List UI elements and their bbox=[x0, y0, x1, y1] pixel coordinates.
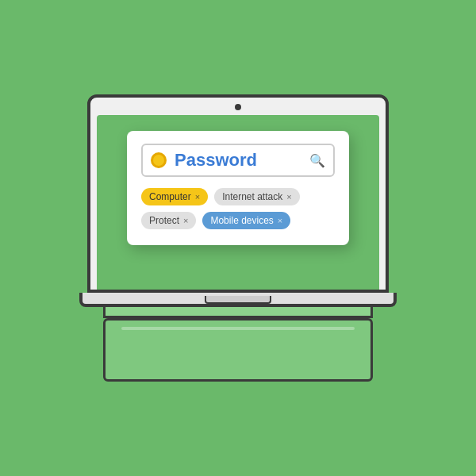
tag-protect-label: Protect bbox=[149, 215, 179, 226]
search-title: Password bbox=[175, 150, 309, 171]
tag-computer[interactable]: Computer × bbox=[141, 188, 208, 205]
tag-computer-label: Computer bbox=[149, 191, 191, 202]
tag-mobile-devices[interactable]: Mobile devices × bbox=[202, 212, 290, 229]
laptop-camera bbox=[235, 104, 241, 110]
laptop: Password 🔍 Computer × Internet attack × bbox=[79, 94, 397, 307]
tag-computer-close[interactable]: × bbox=[195, 192, 200, 202]
laptop-screen-outer: Password 🔍 Computer × Internet attack × bbox=[87, 94, 389, 293]
tag-internet-attack-close[interactable]: × bbox=[286, 192, 291, 202]
scene: Password 🔍 Computer × Internet attack × bbox=[40, 94, 436, 382]
tags-container: Computer × Internet attack × Protect × bbox=[141, 188, 335, 229]
tag-mobile-devices-close[interactable]: × bbox=[278, 216, 282, 225]
laptop-screen: Password 🔍 Computer × Internet attack × bbox=[97, 115, 379, 290]
search-bar[interactable]: Password 🔍 bbox=[141, 144, 335, 177]
tag-protect-close[interactable]: × bbox=[183, 216, 188, 225]
table-surface bbox=[103, 318, 373, 382]
tag-internet-attack-label: Internet attack bbox=[222, 191, 282, 202]
search-circle-icon bbox=[151, 152, 167, 168]
tag-internet-attack[interactable]: Internet attack × bbox=[214, 188, 299, 205]
laptop-base bbox=[79, 293, 397, 307]
search-card: Password 🔍 Computer × Internet attack × bbox=[127, 131, 349, 245]
tag-mobile-devices-label: Mobile devices bbox=[210, 215, 273, 226]
search-icon[interactable]: 🔍 bbox=[309, 153, 325, 168]
tag-protect[interactable]: Protect × bbox=[141, 212, 196, 229]
